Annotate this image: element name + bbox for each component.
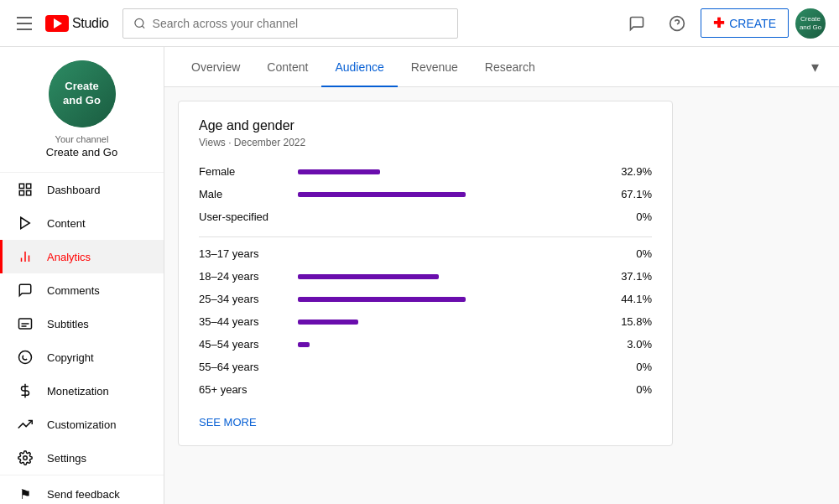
chart-value: 67.1% <box>610 188 652 200</box>
header: Studio ✚ CREATE Createand Go <box>0 0 839 47</box>
send-feedback-btn[interactable]: ⚑ Send feedback <box>0 475 164 504</box>
sidebar-label-subtitles: Subtitles <box>47 318 89 330</box>
bar-container <box>298 169 603 174</box>
svg-rect-5 <box>27 184 31 188</box>
bar-container <box>298 365 603 370</box>
tabs-bar: OverviewContentAudienceRevenueResearch ▾ <box>164 47 839 87</box>
tab-audience[interactable]: Audience <box>321 47 397 87</box>
avatar[interactable]: Createand Go <box>795 8 826 39</box>
chart-label: 55–64 years <box>199 361 291 373</box>
chart-row: 13–17 years 0% <box>199 247 652 260</box>
chart-label: User-specified <box>199 210 291 223</box>
svg-point-17 <box>23 456 28 460</box>
channel-avatar[interactable]: Createand Go <box>49 60 116 127</box>
card-subtitle: Views · December 2022 <box>199 137 652 148</box>
chart-row: User-specified 0% <box>199 210 652 223</box>
nav-list: Dashboard Content Analytics Comments Sub… <box>0 173 164 475</box>
svg-rect-6 <box>27 191 31 195</box>
sidebar-item-content[interactable]: Content <box>0 206 164 240</box>
content-area: Age and gender Views · December 2022 Fem… <box>164 87 839 460</box>
search-bar[interactable] <box>122 8 458 39</box>
sidebar-item-subtitles[interactable]: Subtitles <box>0 307 164 340</box>
tab-research[interactable]: Research <box>472 47 549 87</box>
chart-row: 25–34 years 44.1% <box>199 293 652 305</box>
copyright-icon <box>17 349 34 366</box>
age-chart: 13–17 years 0% 18–24 years 37.1% 25–34 y… <box>199 247 652 396</box>
svg-point-15 <box>19 351 32 364</box>
bar-container <box>298 252 603 257</box>
plus-icon: ✚ <box>713 15 724 31</box>
bar-container <box>298 320 603 325</box>
sidebar-item-copyright[interactable]: Copyright <box>0 340 164 374</box>
create-button[interactable]: ✚ CREATE <box>701 8 789 38</box>
chart-row: Male 67.1% <box>199 188 652 200</box>
sidebar-label-customization: Customization <box>47 418 116 431</box>
sidebar-item-customization[interactable]: Customization <box>0 408 164 441</box>
chart-row: 45–54 years 3.0% <box>199 338 652 351</box>
chart-label: 13–17 years <box>199 247 291 260</box>
see-more-btn[interactable]: SEE MORE <box>199 416 257 429</box>
chart-row: 35–44 years 15.8% <box>199 315 652 328</box>
tab-overview[interactable]: Overview <box>178 47 253 87</box>
monetization-icon <box>17 382 34 399</box>
bar-container <box>298 215 603 220</box>
svg-line-1 <box>142 25 144 28</box>
tabs-container: OverviewContentAudienceRevenueResearch <box>178 47 549 86</box>
comments-icon <box>17 282 34 299</box>
chart-label: 35–44 years <box>199 315 291 328</box>
channel-label: Your channel <box>55 134 109 144</box>
sidebar-item-dashboard[interactable]: Dashboard <box>0 173 164 206</box>
youtube-logo: Studio <box>45 15 109 32</box>
chart-value: 0% <box>610 210 652 223</box>
chart-label: 25–34 years <box>199 293 291 305</box>
channel-avatar-text: Createand Go <box>63 80 101 108</box>
chart-value: 0% <box>610 247 652 260</box>
studio-label: Studio <box>72 16 109 31</box>
tab-content[interactable]: Content <box>253 47 321 87</box>
svg-rect-7 <box>19 191 23 195</box>
sidebar-item-comments[interactable]: Comments <box>0 273 164 307</box>
channel-avatar-img: Createand Go <box>49 60 116 127</box>
feedback-icon-btn[interactable] <box>620 7 654 40</box>
bar <box>298 169 380 174</box>
search-icon <box>133 17 146 30</box>
chart-value: 3.0% <box>610 338 652 351</box>
help-btn[interactable] <box>660 7 694 40</box>
yt-icon <box>45 15 69 32</box>
body: Createand Go Your channel Create and Go … <box>0 47 839 504</box>
chart-label: 65+ years <box>199 383 291 396</box>
sidebar-label-dashboard: Dashboard <box>47 184 101 196</box>
svg-rect-4 <box>19 184 23 188</box>
tab-revenue[interactable]: Revenue <box>398 47 472 87</box>
sidebar-item-analytics[interactable]: Analytics <box>0 240 164 273</box>
card-title: Age and gender <box>199 118 652 133</box>
search-input[interactable] <box>153 17 447 30</box>
bar-container <box>298 387 603 392</box>
chart-value: 0% <box>610 383 652 396</box>
hamburger-menu[interactable] <box>13 13 35 34</box>
chart-label: 18–24 years <box>199 270 291 283</box>
send-feedback-label: Send feedback <box>47 488 120 501</box>
tab-dropdown[interactable]: ▾ <box>805 51 826 83</box>
chart-value: 0% <box>610 361 652 373</box>
customization-icon <box>17 416 34 433</box>
feedback-icon: ⚑ <box>17 486 34 502</box>
create-label: CREATE <box>729 17 776 30</box>
content-icon <box>17 215 34 231</box>
sidebar-label-analytics: Analytics <box>47 251 91 263</box>
sidebar-item-monetization[interactable]: Monetization <box>0 374 164 408</box>
subtitles-icon <box>17 315 34 332</box>
bar <box>298 274 439 279</box>
sidebar: Createand Go Your channel Create and Go … <box>0 47 164 504</box>
avatar-initials: Createand Go <box>800 15 821 31</box>
sidebar-item-settings[interactable]: Settings <box>0 441 164 475</box>
gender-chart: Female 32.9% Male 67.1% User-specified 0… <box>199 165 652 223</box>
sidebar-label-copyright: Copyright <box>47 351 94 364</box>
chart-value: 44.1% <box>610 293 652 305</box>
analytics-icon <box>17 248 34 265</box>
bar-container <box>298 342 603 347</box>
age-gender-card: Age and gender Views · December 2022 Fem… <box>178 101 673 446</box>
dashboard-icon <box>17 181 34 198</box>
chart-row: 55–64 years 0% <box>199 361 652 373</box>
help-icon <box>669 15 685 32</box>
